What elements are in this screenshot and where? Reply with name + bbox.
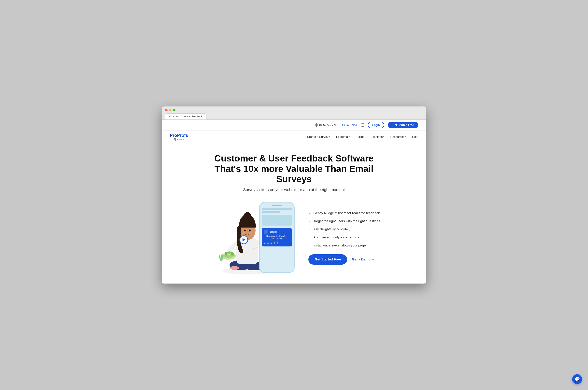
apps-dot — [361, 123, 362, 124]
chat-bubble[interactable]: 💬 — [572, 374, 582, 384]
apps-dot — [362, 125, 363, 125]
svg-point-10 — [227, 253, 228, 255]
chevron-down-icon: ▾ — [383, 136, 384, 138]
logo[interactable]: ProProfs Qualaroo — [170, 133, 188, 140]
nav-pricing[interactable]: Pricing — [355, 135, 365, 138]
svg-point-18 — [244, 230, 246, 232]
check-icon: ✓ — [308, 212, 311, 215]
check-icon: ✓ — [308, 220, 311, 223]
chat-icon: 💬 — [575, 377, 580, 382]
phone-number: (855) 776-7763 — [319, 123, 338, 127]
apps-dot — [363, 123, 364, 124]
screen-bar-short — [262, 211, 280, 213]
svg-point-3 — [230, 266, 239, 270]
star-4: ★ — [273, 241, 276, 244]
logo-profs-text: Profs — [177, 133, 188, 138]
feature-text-3: Ask delightfully & politely — [313, 227, 350, 231]
apps-grid-icon[interactable] — [361, 123, 364, 127]
check-icon: ✓ — [308, 228, 311, 232]
svg-point-21 — [249, 232, 252, 234]
hero-content: Hi Bella! How is your food from Red Drag… — [170, 200, 418, 276]
phone-notch — [272, 205, 282, 206]
phone-icon: ☎ — [315, 123, 318, 127]
survey-popup: Hi Bella! How is your food from Red Drag… — [262, 228, 292, 246]
nav-create-survey[interactable]: Create a Survey ▾ — [307, 135, 330, 138]
svg-point-20 — [242, 232, 245, 234]
main-navigation: ProProfs Qualaroo Create a Survey ▾ Feat… — [162, 131, 426, 143]
star-3: ★ — [270, 241, 273, 244]
check-icon: ✓ — [308, 236, 311, 240]
popup-question: How is your food from Red Dragon today? — [264, 235, 290, 240]
chevron-down-icon: ▾ — [349, 136, 350, 138]
browser-tab[interactable]: Qualaroo - Customer Feedback — [165, 113, 206, 119]
nav-links: Create a Survey ▾ Features ▾ Pricing Sol… — [307, 135, 418, 138]
popup-greeting: Hi Bella! — [269, 231, 277, 233]
feature-text-1: Gently Nudge™ users for real-time feedba… — [313, 211, 380, 215]
chevron-down-icon: ▾ — [405, 136, 406, 138]
star-rating[interactable]: ★ ★ ★ ★ ★ — [264, 241, 290, 244]
star-1: ★ — [264, 241, 266, 244]
play-icon — [243, 238, 245, 242]
apps-dot — [363, 125, 364, 125]
apps-dot — [362, 123, 363, 124]
phone-info: ☎ (855) 776-7763 — [315, 123, 338, 127]
hero-illustration: Hi Bella! How is your food from Red Drag… — [208, 200, 296, 276]
nav-resources[interactable]: Resources ▾ — [390, 135, 406, 138]
feature-item-3: ✓ Ask delightfully & politely — [308, 227, 380, 232]
nav-help[interactable]: Help — [412, 135, 418, 138]
feature-text-4: AI-powered analytics & reports — [313, 236, 359, 239]
apps-dot — [361, 125, 362, 125]
cta-buttons: Get Started Free Get a Demo → — [308, 254, 380, 265]
logo-pro-text: Pro — [170, 133, 177, 138]
hero-section: Customer & User Feedback Software That's… — [162, 143, 426, 284]
svg-point-11 — [230, 253, 231, 254]
feature-item-4: ✓ AI-powered analytics & reports — [308, 236, 380, 240]
popup-avatar — [264, 230, 268, 234]
features-list: ✓ Gently Nudge™ users for real-time feed… — [308, 211, 380, 265]
star-5: ★ — [276, 241, 279, 244]
top-utility-bar: ☎ (855) 776-7763 Get a Demo Login Get St… — [162, 120, 426, 131]
feature-item-1: ✓ Gently Nudge™ users for real-time feed… — [308, 211, 380, 215]
feature-item-5: ✓ Install once, never slows your page — [308, 244, 380, 248]
login-button[interactable]: Login — [368, 122, 384, 128]
phone-mockup: Hi Bella! How is your food from Red Drag… — [259, 202, 294, 273]
svg-point-19 — [249, 230, 251, 232]
get-started-button-hero[interactable]: Get Started Free — [308, 254, 347, 265]
maximize-button[interactable] — [173, 109, 176, 111]
popup-header: Hi Bella! — [264, 230, 290, 234]
apps-dot — [361, 126, 362, 127]
nav-solutions[interactable]: Solutions ▾ — [371, 135, 385, 138]
feature-text-2: Target the right users with the right qu… — [313, 219, 380, 223]
logo-subtitle: Qualaroo — [170, 138, 188, 140]
get-demo-link-top[interactable]: Get a Demo — [342, 123, 357, 127]
minimize-button[interactable] — [169, 109, 172, 111]
chevron-down-icon: ▾ — [329, 136, 330, 138]
nav-features[interactable]: Features ▾ — [336, 135, 350, 138]
screen-bar — [262, 208, 292, 210]
check-icon: ✓ — [308, 244, 311, 248]
apps-dot — [363, 126, 364, 127]
star-2: ★ — [267, 241, 269, 244]
get-demo-link-hero[interactable]: Get a Demo → — [352, 257, 375, 261]
hero-title: Customer & User Feedback Software That's… — [209, 153, 379, 185]
popup-red-text: Red Dragon — [271, 235, 288, 239]
feature-item-2: ✓ Target the right users with the right … — [308, 219, 380, 223]
apps-dot — [362, 126, 363, 127]
hero-subtitle: Survey visitors on your website or app a… — [170, 188, 418, 192]
screen-block — [262, 215, 292, 226]
get-started-button-top[interactable]: Get Started Free — [388, 122, 418, 128]
feature-text-5: Install once, never slows your page — [313, 244, 366, 247]
close-button[interactable] — [165, 109, 168, 111]
tab-label: Qualaroo - Customer Feedback — [169, 115, 202, 118]
